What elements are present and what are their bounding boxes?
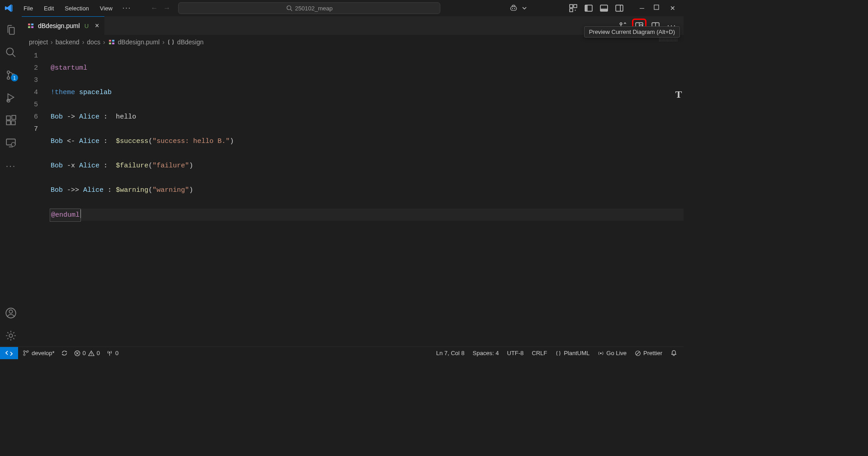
toggle-secondary-sidebar-icon[interactable] — [615, 4, 624, 13]
menu-view[interactable]: View — [95, 3, 117, 14]
svg-rect-23 — [6, 121, 10, 125]
menu-more-icon[interactable]: ··· — [119, 2, 135, 14]
search-icon — [286, 5, 292, 11]
menu-edit[interactable]: Edit — [39, 3, 58, 14]
radio-tower-icon — [106, 350, 113, 356]
crumb-backend[interactable]: backend — [56, 38, 80, 46]
status-notifications-icon[interactable] — [670, 350, 677, 356]
command-center-text: 250102_meap — [295, 5, 333, 12]
tab-close-icon[interactable]: × — [95, 22, 99, 30]
crumb-project[interactable]: project — [29, 38, 48, 46]
status-remote-icon[interactable] — [0, 347, 18, 359]
svg-rect-45 — [112, 40, 114, 42]
svg-rect-10 — [585, 5, 588, 11]
svg-point-4 — [514, 8, 515, 9]
menu-selection[interactable]: Selection — [60, 3, 93, 14]
status-language[interactable]: PlantUML — [555, 350, 590, 356]
crumb-file[interactable]: dBdesign.puml — [118, 38, 160, 46]
vscode-logo-icon — [4, 3, 14, 14]
error-icon — [74, 350, 80, 356]
command-center[interactable]: 250102_meap — [178, 2, 440, 14]
line-numbers: 1 2 3 4 5 6 7 — [22, 50, 48, 347]
crumb-docs[interactable]: docs — [87, 38, 100, 46]
svg-point-48 — [24, 351, 25, 352]
svg-rect-12 — [600, 9, 608, 11]
activity-run-debug-icon[interactable] — [0, 87, 22, 109]
svg-rect-6 — [574, 5, 577, 8]
svg-rect-7 — [570, 9, 573, 12]
status-sync-icon[interactable] — [61, 350, 68, 356]
tab-dbdesign[interactable]: dBdesign.puml U × — [22, 16, 104, 35]
svg-point-8 — [575, 10, 576, 10]
activity-settings-icon[interactable] — [0, 325, 22, 347]
svg-point-30 — [9, 310, 12, 313]
status-ports[interactable]: 0 — [106, 350, 118, 356]
activity-search-icon[interactable] — [0, 42, 22, 63]
svg-line-59 — [637, 352, 640, 355]
svg-rect-25 — [12, 115, 16, 119]
status-golive[interactable]: Go Live — [598, 350, 627, 356]
chevron-right-icon: › — [82, 38, 85, 46]
svg-rect-24 — [11, 121, 15, 125]
right-rail-icon[interactable]: T — [674, 16, 684, 347]
plantuml-file-icon — [108, 38, 115, 46]
menu-file[interactable]: File — [19, 3, 38, 14]
svg-point-57 — [600, 352, 602, 354]
svg-rect-33 — [31, 24, 33, 25]
status-branch[interactable]: develop* — [23, 350, 55, 356]
status-cursor-position[interactable]: Ln 7, Col 8 — [436, 350, 465, 356]
prohibit-icon — [635, 350, 641, 356]
svg-point-55 — [91, 354, 91, 355]
activity-scm-icon[interactable]: 1 — [0, 64, 22, 86]
svg-rect-35 — [31, 26, 33, 28]
svg-rect-2 — [510, 7, 516, 10]
broadcast-icon — [598, 350, 604, 356]
code-content[interactable]: @startuml !theme spacelab Bob -> Alice :… — [48, 50, 684, 347]
svg-rect-5 — [570, 5, 573, 8]
svg-line-17 — [12, 54, 15, 57]
svg-rect-47 — [112, 43, 114, 44]
svg-rect-44 — [109, 40, 111, 42]
svg-point-3 — [512, 8, 513, 9]
text-cursor — [80, 209, 81, 218]
svg-point-0 — [287, 6, 291, 10]
status-encoding[interactable]: UTF-8 — [507, 350, 524, 356]
tooltip-preview-diagram: Preview Current Diagram (Alt+D) — [584, 26, 680, 38]
chevron-right-icon: › — [51, 38, 53, 46]
crumb-symbol[interactable]: dBdesign — [177, 38, 203, 46]
activity-bar: 1 ··· — [0, 16, 22, 347]
activity-explorer-icon[interactable] — [0, 19, 22, 41]
language-icon — [555, 350, 561, 356]
layout-customize-icon[interactable] — [569, 4, 578, 13]
activity-extensions-icon[interactable] — [0, 109, 22, 131]
tab-filename: dBdesign.puml — [38, 22, 80, 29]
title-bar: File Edit Selection View ··· ← → 250102_… — [0, 0, 684, 16]
nav-back-icon[interactable]: ← — [150, 4, 158, 12]
chevron-down-icon[interactable] — [520, 4, 529, 13]
scm-badge: 1 — [11, 74, 18, 81]
toggle-sidebar-icon[interactable] — [584, 4, 593, 13]
editor[interactable]: 1 2 3 4 5 6 7 @startuml !theme spacelab … — [22, 49, 684, 347]
copilot-icon[interactable] — [509, 4, 518, 13]
status-eol[interactable]: CRLF — [532, 350, 547, 356]
svg-point-31 — [9, 334, 13, 337]
nav-forward-icon[interactable]: → — [163, 4, 171, 12]
status-indentation[interactable]: Spaces: 4 — [473, 350, 499, 356]
window-minimize-icon[interactable]: ─ — [638, 5, 646, 12]
warning-icon — [88, 350, 94, 356]
svg-point-28 — [11, 142, 15, 147]
git-branch-icon — [23, 350, 29, 356]
svg-point-49 — [24, 354, 25, 356]
svg-rect-32 — [28, 24, 30, 25]
activity-account-icon[interactable] — [0, 302, 22, 324]
chevron-right-icon: › — [103, 38, 105, 46]
svg-rect-46 — [109, 43, 111, 44]
status-problems[interactable]: 0 0 — [74, 350, 100, 356]
toggle-panel-icon[interactable] — [599, 4, 609, 13]
status-prettier[interactable]: Prettier — [635, 350, 662, 356]
activity-remote-explorer-icon[interactable] — [0, 132, 22, 154]
activity-more-icon[interactable]: ··· — [0, 155, 22, 176]
window-close-icon[interactable]: ✕ — [669, 5, 676, 12]
window-maximize-icon[interactable] — [654, 5, 661, 12]
chevron-right-icon: › — [162, 38, 165, 46]
